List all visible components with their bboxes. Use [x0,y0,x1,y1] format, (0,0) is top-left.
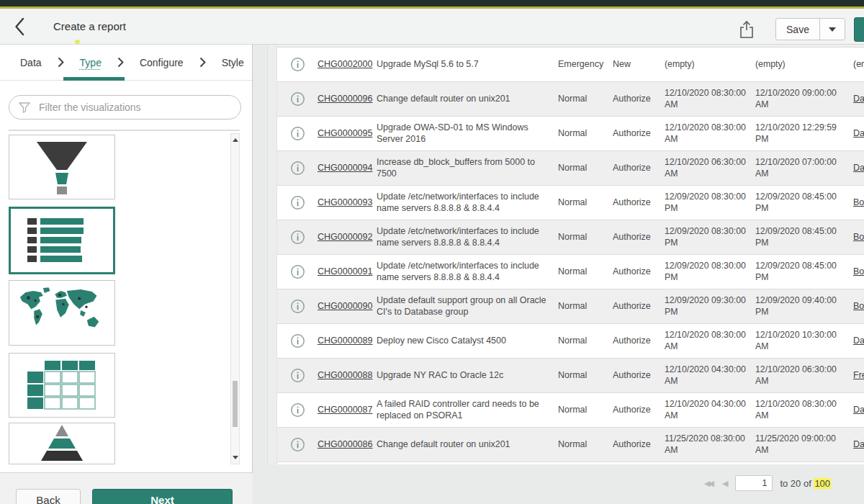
step-type[interactable]: Type [80,57,102,68]
info-icon[interactable] [290,126,305,141]
info-icon[interactable] [290,264,305,279]
short-description: Update /etc/network/interfaces to includ… [377,261,558,283]
info-icon[interactable] [290,161,305,176]
viz-list-scrollbar[interactable] [230,133,240,464]
state-value: Authorize [613,370,665,382]
pagination: ◀◀ ◀ to 20 of 100 [704,472,859,494]
state-value: Authorize [613,336,665,347]
planned-start-date: 12/10/2020 08:30:00 AM [665,122,755,145]
step-data[interactable]: Data [20,57,42,68]
short-description: Upgrade MySql 5.6 to 5.7 [377,59,558,71]
viz-thumbnail-pyramid[interactable] [9,423,115,464]
table-row: CHG0000094 Increase db_block_buffers fro… [277,151,864,186]
assigned-to-link[interactable]: Bow [853,197,864,207]
planned-start-date: 12/09/2020 08:30:00 PM [665,192,755,214]
table-row: CHG0000091 Update /etc/network/interface… [277,255,864,289]
previous-page-icon[interactable]: ◀ [722,479,728,488]
scrollbar-thumb[interactable] [233,381,238,427]
change-number-link[interactable]: CHG0000094 [318,163,372,173]
wizard-steps: Data Type Configure Style [0,45,252,81]
step-style[interactable]: Style [222,57,244,68]
change-number-link[interactable]: CHG0000091 [318,266,372,276]
change-number-link[interactable]: CHG0000086 [318,439,372,449]
save-dropdown-button[interactable] [819,18,845,40]
table-row: CHG0000089 Deploy new Cisco Catalyst 450… [277,324,864,359]
filter-visualizations-input[interactable] [37,101,240,114]
info-icon[interactable] [290,402,305,418]
viz-thumbnail-funnel[interactable] [9,135,115,199]
chevron-right-icon [199,57,206,68]
planned-start-date: 12/10/2020 06:30:00 AM [665,157,755,179]
assigned-to-link[interactable]: Dav [853,405,864,415]
brand-strip [0,0,864,9]
page-number-input[interactable] [735,475,773,491]
short-description: Change default router on unix201 [377,439,558,451]
info-icon[interactable] [290,91,305,107]
change-number-link[interactable]: CHG0000088 [318,370,372,380]
assigned-to-link[interactable]: Bow [853,266,864,276]
planned-start-date: 12/10/2020 08:30:00 AM [665,330,755,352]
chevron-right-icon [58,57,64,68]
info-icon[interactable] [290,230,305,245]
table-row: CHG0000090 Update default support group … [277,289,864,324]
change-number-link[interactable]: CHG0000093 [318,197,372,207]
scroll-up-icon[interactable] [233,138,238,142]
assigned-to-link[interactable]: Bow [853,232,864,242]
info-icon[interactable] [290,57,305,72]
assigned-to-empty: (empty) [853,59,864,69]
info-icon[interactable] [290,299,305,314]
scroll-down-icon[interactable] [233,456,238,459]
first-page-icon[interactable]: ◀◀ [704,479,712,488]
short-description: A failed RAID controller card needs to b… [377,399,558,421]
assigned-to-link[interactable]: Dav [853,336,864,346]
pagination-range-label: to 20 of 100 [780,478,831,489]
assigned-to-link[interactable]: Dav [853,94,864,104]
change-number-link[interactable]: CHG0000092 [318,232,372,242]
range-text: to 20 of [780,478,811,489]
change-number-link[interactable]: CHG0000096 [318,94,372,104]
state-value: Authorize [613,232,665,243]
table-row: CHG0000086 Change default router on unix… [277,428,864,462]
step-configure[interactable]: Configure [140,57,184,68]
short-description: Deploy new Cisco Catalyst 4500 [377,336,558,347]
planned-end-date: 12/10/2020 12:29:59 PM [755,122,853,145]
scrolled-thumbnail-edge [9,130,240,131]
table-row: CHG0000092 Update /etc/network/interface… [277,220,864,255]
back-arrow-icon[interactable] [14,17,25,39]
assigned-to-link[interactable]: Fre [853,370,864,380]
state-value: Authorize [613,163,665,174]
save-button[interactable]: Save [775,18,820,40]
viz-thumbnail-table[interactable] [9,353,115,418]
assigned-to-link[interactable]: Bow [853,301,864,311]
change-number-link[interactable]: CHG0000095 [318,128,372,138]
table-row: CHG0000093 Update /etc/network/interface… [277,186,864,220]
priority-value: Normal [558,197,613,209]
info-icon[interactable] [290,195,305,210]
planned-end-date: 12/10/2020 10:30:00 AM [755,330,853,352]
state-value: Authorize [613,301,665,312]
change-number-link[interactable]: CHG0000090 [318,301,372,311]
change-number-link[interactable]: CHG0002000 [318,59,372,69]
info-icon[interactable] [290,368,305,383]
planned-end-date: 12/09/2020 09:40:00 PM [755,295,853,318]
viz-thumbnail-world-map[interactable] [9,280,115,346]
toolbar-teal-button[interactable] [854,17,864,42]
change-number-link[interactable]: CHG0000089 [318,336,372,346]
viz-thumbnail-list[interactable] [9,207,115,274]
planned-end-date: 12/10/2020 08:30:00 AM [755,399,853,421]
share-export-icon[interactable] [739,20,756,39]
change-number-link[interactable]: CHG0000087 [318,405,372,415]
assigned-to-link[interactable]: Dav [853,128,864,138]
info-icon[interactable] [290,437,305,452]
chevron-down-icon [829,27,836,32]
back-button[interactable]: Back [16,489,81,504]
assigned-to-link[interactable]: Dav [853,439,864,449]
short-description: Update default support group on all Orac… [377,295,558,318]
planned-start-date: 12/09/2020 08:30:00 PM [665,261,755,283]
info-icon[interactable] [290,333,305,348]
world-map-icon [17,286,107,341]
planned-start-date: 12/09/2020 09:30:00 PM [665,295,755,318]
report-wizard-panel: Data Type Configure Style [0,45,253,472]
next-button[interactable]: Next [92,489,233,504]
assigned-to-link[interactable]: Dav [853,163,864,173]
